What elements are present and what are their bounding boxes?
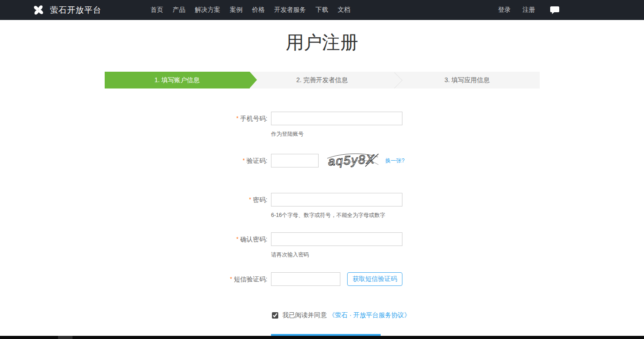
required-mark: * — [249, 197, 251, 203]
confirm-password-input[interactable] — [271, 232, 402, 246]
brand-logo[interactable]: 萤石开放平台 — [33, 4, 102, 16]
captcha-field-block: *验证码: aq5y8X 换一张? — [0, 151, 644, 170]
registration-steps: 1. 填写账户信息 2. 完善开发者信息 3. 填写应用信息 — [105, 72, 540, 88]
required-mark: * — [230, 276, 232, 282]
nav-item-home[interactable]: 首页 — [150, 6, 163, 14]
confirm-password-label: *确认密码: — [0, 232, 271, 246]
captcha-input[interactable] — [271, 154, 319, 167]
password-input[interactable] — [271, 193, 402, 206]
password-label: *密码: — [0, 193, 271, 206]
nav-item-solutions[interactable]: 解决方案 — [195, 6, 220, 14]
agreement-row: 我已阅读并同意 《萤石 · 开放平台服务协议》 — [272, 311, 644, 319]
top-nav-bar: 萤石开放平台 首页 产品 解决方案 案例 价格 开发者服务 下载 文档 登录 注… — [0, 0, 644, 20]
nav-item-download[interactable]: 下载 — [315, 6, 328, 14]
required-mark: * — [242, 157, 245, 164]
phone-label: *手机号码: — [0, 112, 271, 125]
password-field-block: *密码: 6-16个字母、数字或符号，不能全为字母或数字 — [0, 193, 644, 218]
step-3-app-info: 3. 填写应用信息 — [395, 72, 540, 88]
step-2-developer-info: 2. 完善开发者信息 — [250, 72, 395, 88]
register-link[interactable]: 注册 — [523, 6, 535, 14]
brand-name: 萤石开放平台 — [50, 5, 102, 15]
header-right: 登录 注册 — [498, 6, 644, 15]
captcha-label: *验证码: — [0, 154, 271, 167]
registration-form: *手机号码: 作为登陆账号 *验证码: aq5y8X 换一张? — [0, 112, 644, 339]
phone-input[interactable] — [271, 112, 402, 125]
captcha-text: aq5y8X — [328, 152, 375, 168]
nav-item-developer-services[interactable]: 开发者服务 — [274, 6, 306, 14]
get-sms-code-button[interactable]: 获取短信验证码 — [347, 272, 402, 286]
confirm-password-field-block: *确认密码: 请再次输入密码 — [0, 232, 644, 258]
step-1-account-info: 1. 填写账户信息 — [105, 72, 250, 88]
phone-field-block: *手机号码: 作为登陆账号 — [0, 112, 644, 137]
nav-item-docs[interactable]: 文档 — [338, 6, 350, 14]
agreement-text: 我已阅读并同意 — [282, 311, 327, 319]
sms-code-field-block: *短信验证码: 获取短信验证码 — [0, 272, 644, 286]
nav-item-products[interactable]: 产品 — [173, 6, 185, 14]
captcha-image[interactable]: aq5y8X — [325, 151, 380, 170]
confirm-password-hint: 请再次输入密码 — [271, 251, 644, 258]
sms-code-label: *短信验证码: — [0, 272, 271, 286]
nav-item-pricing[interactable]: 价格 — [252, 6, 265, 14]
agreement-checkbox[interactable] — [272, 312, 278, 319]
chat-bubble-icon[interactable] — [550, 6, 560, 15]
sms-code-input[interactable] — [271, 272, 340, 286]
nav-item-cases[interactable]: 案例 — [230, 6, 242, 14]
page-title: 用户注册 — [0, 32, 644, 53]
screen-bottom-edge — [0, 336, 644, 339]
pinwheel-logo-icon — [33, 4, 44, 16]
required-mark: * — [236, 115, 238, 122]
screen-bottom-edge-segment — [58, 336, 73, 339]
captcha-refresh-link[interactable]: 换一张? — [385, 157, 405, 165]
login-link[interactable]: 登录 — [498, 6, 511, 14]
agreement-link[interactable]: 《萤石 · 开放平台服务协议》 — [329, 311, 410, 319]
password-hint: 6-16个字母、数字或符号，不能全为字母或数字 — [271, 212, 644, 218]
required-mark: * — [236, 236, 238, 242]
main-nav: 首页 产品 解决方案 案例 价格 开发者服务 下载 文档 — [150, 6, 350, 14]
phone-hint: 作为登陆账号 — [271, 131, 644, 137]
